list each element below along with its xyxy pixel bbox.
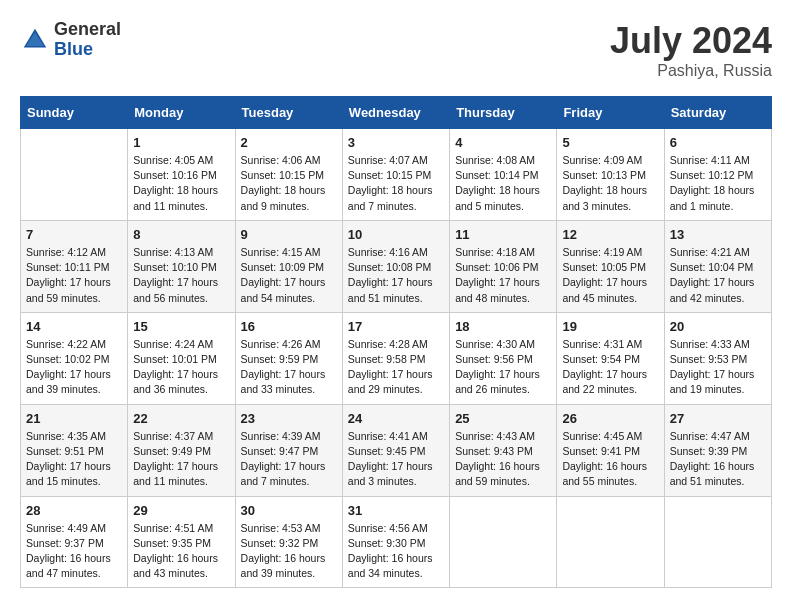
day-info: Sunrise: 4:41 AMSunset: 9:45 PMDaylight:… xyxy=(348,429,444,490)
day-number: 12 xyxy=(562,227,658,242)
day-info: Sunrise: 4:11 AMSunset: 10:12 PMDaylight… xyxy=(670,153,766,214)
day-info: Sunrise: 4:47 AMSunset: 9:39 PMDaylight:… xyxy=(670,429,766,490)
day-number: 25 xyxy=(455,411,551,426)
day-info: Sunrise: 4:21 AMSunset: 10:04 PMDaylight… xyxy=(670,245,766,306)
title-block: July 2024 Pashiya, Russia xyxy=(610,20,772,80)
day-number: 20 xyxy=(670,319,766,334)
day-info: Sunrise: 4:43 AMSunset: 9:43 PMDaylight:… xyxy=(455,429,551,490)
calendar-week-3: 14 Sunrise: 4:22 AMSunset: 10:02 PMDayli… xyxy=(21,312,772,404)
day-number: 27 xyxy=(670,411,766,426)
day-info: Sunrise: 4:53 AMSunset: 9:32 PMDaylight:… xyxy=(241,521,337,582)
day-info: Sunrise: 4:26 AMSunset: 9:59 PMDaylight:… xyxy=(241,337,337,398)
calendar-cell: 17 Sunrise: 4:28 AMSunset: 9:58 PMDaylig… xyxy=(342,312,449,404)
day-number: 7 xyxy=(26,227,122,242)
day-number: 10 xyxy=(348,227,444,242)
calendar-cell: 10 Sunrise: 4:16 AMSunset: 10:08 PMDayli… xyxy=(342,220,449,312)
month-title: July 2024 xyxy=(610,20,772,62)
calendar-cell: 8 Sunrise: 4:13 AMSunset: 10:10 PMDaylig… xyxy=(128,220,235,312)
day-info: Sunrise: 4:06 AMSunset: 10:15 PMDaylight… xyxy=(241,153,337,214)
day-info: Sunrise: 4:35 AMSunset: 9:51 PMDaylight:… xyxy=(26,429,122,490)
day-number: 15 xyxy=(133,319,229,334)
calendar-cell: 5 Sunrise: 4:09 AMSunset: 10:13 PMDaylig… xyxy=(557,129,664,221)
weekday-header-saturday: Saturday xyxy=(664,97,771,129)
weekday-header-sunday: Sunday xyxy=(21,97,128,129)
logo-text: General Blue xyxy=(54,20,121,60)
weekday-header-row: SundayMondayTuesdayWednesdayThursdayFrid… xyxy=(21,97,772,129)
day-number: 29 xyxy=(133,503,229,518)
day-info: Sunrise: 4:56 AMSunset: 9:30 PMDaylight:… xyxy=(348,521,444,582)
calendar-cell: 14 Sunrise: 4:22 AMSunset: 10:02 PMDayli… xyxy=(21,312,128,404)
day-number: 17 xyxy=(348,319,444,334)
calendar-cell: 20 Sunrise: 4:33 AMSunset: 9:53 PMDaylig… xyxy=(664,312,771,404)
calendar-cell: 29 Sunrise: 4:51 AMSunset: 9:35 PMDaylig… xyxy=(128,496,235,588)
calendar-cell: 28 Sunrise: 4:49 AMSunset: 9:37 PMDaylig… xyxy=(21,496,128,588)
day-info: Sunrise: 4:37 AMSunset: 9:49 PMDaylight:… xyxy=(133,429,229,490)
calendar-cell: 21 Sunrise: 4:35 AMSunset: 9:51 PMDaylig… xyxy=(21,404,128,496)
day-number: 6 xyxy=(670,135,766,150)
calendar-cell: 7 Sunrise: 4:12 AMSunset: 10:11 PMDaylig… xyxy=(21,220,128,312)
calendar-cell: 26 Sunrise: 4:45 AMSunset: 9:41 PMDaylig… xyxy=(557,404,664,496)
day-number: 3 xyxy=(348,135,444,150)
day-number: 26 xyxy=(562,411,658,426)
day-info: Sunrise: 4:51 AMSunset: 9:35 PMDaylight:… xyxy=(133,521,229,582)
day-info: Sunrise: 4:13 AMSunset: 10:10 PMDaylight… xyxy=(133,245,229,306)
calendar-cell xyxy=(21,129,128,221)
day-info: Sunrise: 4:31 AMSunset: 9:54 PMDaylight:… xyxy=(562,337,658,398)
day-info: Sunrise: 4:16 AMSunset: 10:08 PMDaylight… xyxy=(348,245,444,306)
logo: General Blue xyxy=(20,20,121,60)
weekday-header-tuesday: Tuesday xyxy=(235,97,342,129)
day-number: 5 xyxy=(562,135,658,150)
day-number: 1 xyxy=(133,135,229,150)
page-header: General Blue July 2024 Pashiya, Russia xyxy=(20,20,772,80)
calendar-cell xyxy=(557,496,664,588)
weekday-header-friday: Friday xyxy=(557,97,664,129)
day-info: Sunrise: 4:22 AMSunset: 10:02 PMDaylight… xyxy=(26,337,122,398)
day-number: 24 xyxy=(348,411,444,426)
day-number: 30 xyxy=(241,503,337,518)
calendar-cell: 15 Sunrise: 4:24 AMSunset: 10:01 PMDayli… xyxy=(128,312,235,404)
day-number: 4 xyxy=(455,135,551,150)
calendar-cell: 23 Sunrise: 4:39 AMSunset: 9:47 PMDaylig… xyxy=(235,404,342,496)
day-number: 13 xyxy=(670,227,766,242)
calendar-cell: 9 Sunrise: 4:15 AMSunset: 10:09 PMDaylig… xyxy=(235,220,342,312)
day-info: Sunrise: 4:18 AMSunset: 10:06 PMDaylight… xyxy=(455,245,551,306)
day-info: Sunrise: 4:33 AMSunset: 9:53 PMDaylight:… xyxy=(670,337,766,398)
logo-icon xyxy=(20,25,50,55)
day-info: Sunrise: 4:19 AMSunset: 10:05 PMDaylight… xyxy=(562,245,658,306)
logo-blue: Blue xyxy=(54,40,121,60)
calendar-cell: 1 Sunrise: 4:05 AMSunset: 10:16 PMDaylig… xyxy=(128,129,235,221)
day-info: Sunrise: 4:24 AMSunset: 10:01 PMDaylight… xyxy=(133,337,229,398)
day-number: 9 xyxy=(241,227,337,242)
day-info: Sunrise: 4:15 AMSunset: 10:09 PMDaylight… xyxy=(241,245,337,306)
calendar-cell: 22 Sunrise: 4:37 AMSunset: 9:49 PMDaylig… xyxy=(128,404,235,496)
calendar-cell: 12 Sunrise: 4:19 AMSunset: 10:05 PMDayli… xyxy=(557,220,664,312)
calendar-week-5: 28 Sunrise: 4:49 AMSunset: 9:37 PMDaylig… xyxy=(21,496,772,588)
day-info: Sunrise: 4:07 AMSunset: 10:15 PMDaylight… xyxy=(348,153,444,214)
day-info: Sunrise: 4:05 AMSunset: 10:16 PMDaylight… xyxy=(133,153,229,214)
calendar-cell: 2 Sunrise: 4:06 AMSunset: 10:15 PMDaylig… xyxy=(235,129,342,221)
day-info: Sunrise: 4:09 AMSunset: 10:13 PMDaylight… xyxy=(562,153,658,214)
weekday-header-thursday: Thursday xyxy=(450,97,557,129)
calendar-cell: 25 Sunrise: 4:43 AMSunset: 9:43 PMDaylig… xyxy=(450,404,557,496)
day-number: 23 xyxy=(241,411,337,426)
day-info: Sunrise: 4:39 AMSunset: 9:47 PMDaylight:… xyxy=(241,429,337,490)
calendar-cell: 27 Sunrise: 4:47 AMSunset: 9:39 PMDaylig… xyxy=(664,404,771,496)
calendar-week-4: 21 Sunrise: 4:35 AMSunset: 9:51 PMDaylig… xyxy=(21,404,772,496)
calendar-table: SundayMondayTuesdayWednesdayThursdayFrid… xyxy=(20,96,772,588)
calendar-cell: 16 Sunrise: 4:26 AMSunset: 9:59 PMDaylig… xyxy=(235,312,342,404)
day-info: Sunrise: 4:30 AMSunset: 9:56 PMDaylight:… xyxy=(455,337,551,398)
calendar-cell xyxy=(664,496,771,588)
day-number: 19 xyxy=(562,319,658,334)
calendar-cell: 11 Sunrise: 4:18 AMSunset: 10:06 PMDayli… xyxy=(450,220,557,312)
weekday-header-monday: Monday xyxy=(128,97,235,129)
calendar-cell: 3 Sunrise: 4:07 AMSunset: 10:15 PMDaylig… xyxy=(342,129,449,221)
day-number: 2 xyxy=(241,135,337,150)
day-info: Sunrise: 4:08 AMSunset: 10:14 PMDaylight… xyxy=(455,153,551,214)
location: Pashiya, Russia xyxy=(610,62,772,80)
calendar-cell: 4 Sunrise: 4:08 AMSunset: 10:14 PMDaylig… xyxy=(450,129,557,221)
calendar-cell: 13 Sunrise: 4:21 AMSunset: 10:04 PMDayli… xyxy=(664,220,771,312)
day-number: 18 xyxy=(455,319,551,334)
logo-general: General xyxy=(54,20,121,40)
calendar-cell: 6 Sunrise: 4:11 AMSunset: 10:12 PMDaylig… xyxy=(664,129,771,221)
day-number: 14 xyxy=(26,319,122,334)
